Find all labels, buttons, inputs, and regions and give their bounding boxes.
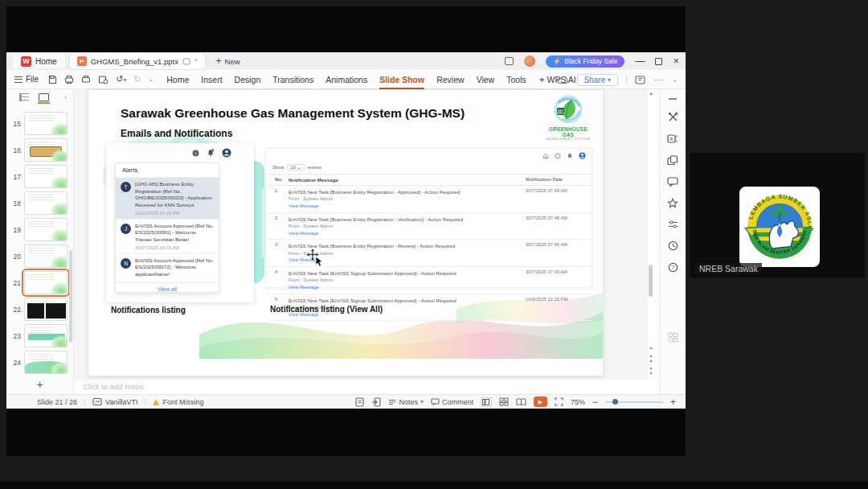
close-button[interactable]: × [673, 57, 679, 65]
settings-sliders-icon[interactable] [668, 220, 678, 229]
slide-21[interactable]: Sarawak Greenhouse Gas Management System… [88, 90, 603, 376]
star-icon[interactable] [667, 198, 678, 208]
slide-thumbnail-row-20[interactable]: 20 [6, 243, 73, 269]
shapes-icon[interactable] [667, 155, 678, 166]
zoom-in-button[interactable]: + [670, 397, 676, 408]
slide-sorter-button[interactable] [499, 397, 509, 406]
collapse-sidebar-icon[interactable] [668, 97, 678, 101]
share-button[interactable]: Share ▾ [577, 74, 619, 86]
slide-thumbnail-row-24[interactable]: 24 [6, 349, 73, 376]
slide-thumbnail-21[interactable] [24, 271, 68, 294]
notification-row[interactable]: 4EnVISS New Task [EnVISS Signup Submissi… [266, 267, 592, 294]
file-menu[interactable]: File [14, 75, 39, 84]
view-message-link[interactable]: View Message [289, 284, 521, 291]
tools-icon[interactable] [668, 112, 678, 122]
alert-item[interactable]: NEnVISS Account Approved [Ref No. ES/202… [116, 254, 219, 282]
previous-slide-icon[interactable]: ▲▲ [649, 353, 653, 363]
alert-item[interactable]: JEnVISS Account Approved [Ref No. ES/202… [116, 220, 219, 254]
outline-view-icon[interactable] [19, 93, 29, 101]
save-icon[interactable] [48, 75, 57, 84]
new-document-tab[interactable]: + New [216, 55, 240, 67]
notes-pane[interactable]: Click to add notes [74, 380, 648, 394]
slide-thumbnail-row-16[interactable]: 16 [6, 137, 73, 163]
thumbnail-view-icon[interactable] [39, 93, 49, 101]
menu-animations[interactable]: Animations [326, 75, 367, 84]
slide-thumbnail-row-23[interactable]: 23 [6, 323, 73, 349]
output-icon[interactable] [64, 75, 74, 84]
scroll-down-icon[interactable]: ▲ [649, 345, 653, 350]
slideshow-play-button[interactable]: ▶ [534, 397, 547, 407]
theme-name[interactable]: VanillaVTI [105, 398, 137, 406]
cloud-sync-icon[interactable] [557, 76, 569, 84]
slide-thumbnail-row-18[interactable]: 18 [6, 190, 73, 216]
participant-video-tile[interactable]: LEMBAGA SUMBER ASLI DAN ALAM SEKITAR SAR… [690, 153, 865, 277]
menu-transitions[interactable]: Transitions [272, 75, 313, 84]
slide-thumbnail-18[interactable] [24, 191, 68, 215]
slide-thumbnail-row-22[interactable]: 22 [6, 296, 73, 323]
menu-slide-show[interactable]: Slide Show [379, 75, 424, 84]
scroll-up-icon[interactable]: ▲ [648, 91, 654, 96]
minimize-button[interactable]: — [635, 57, 645, 65]
normal-view-button[interactable] [481, 397, 492, 407]
comment-toggle[interactable]: Comment [431, 398, 473, 406]
slide-thumbnail-row-15[interactable]: 15 [6, 110, 73, 137]
slide-thumbnail-row-17[interactable]: 17 [6, 163, 73, 190]
add-slide-button[interactable]: + [6, 378, 73, 391]
collapse-panel-icon[interactable]: › [64, 93, 67, 101]
reading-view-button[interactable] [516, 398, 526, 406]
menu-insert[interactable]: Insert [201, 75, 222, 84]
font-missing-label[interactable]: Font Missing [162, 398, 203, 406]
view-message-link[interactable]: View Message [289, 230, 521, 237]
next-slide-icon[interactable]: ▼▼ [649, 366, 653, 376]
slide-thumbnail-24[interactable] [24, 351, 68, 374]
apps-grid-icon[interactable] [668, 332, 678, 343]
print-icon[interactable] [81, 75, 91, 84]
undo-icon[interactable]: ↺▾ [116, 74, 126, 84]
document-scrollbar[interactable]: ▲ ▲ ▲▲ ▼▼ [648, 89, 654, 394]
menu-home[interactable]: Home [166, 75, 189, 84]
slide-thumbnail-19[interactable] [24, 218, 68, 241]
animation-icon[interactable]: R [667, 134, 678, 144]
pane-toggle-icon[interactable] [635, 76, 645, 84]
menu-review[interactable]: Review [436, 75, 464, 84]
slide-thumbnail-17[interactable] [24, 165, 68, 188]
notes-toggle[interactable]: Notes▾ [388, 398, 424, 406]
wps-home-tab[interactable]: W Home [13, 54, 65, 68]
fit-screen-icon[interactable] [555, 397, 563, 406]
zoom-slider-thumb[interactable] [612, 399, 618, 405]
notification-row[interactable]: 1EnVISS New Task [Business Entity Regist… [266, 186, 592, 213]
redo-icon[interactable]: ↻ [133, 74, 141, 84]
slide-thumbnail-15[interactable] [24, 112, 68, 135]
more-options-icon[interactable]: ··· [653, 76, 664, 84]
comment-icon[interactable] [667, 177, 678, 187]
view-message-link[interactable]: View Message [289, 203, 521, 210]
document-tab[interactable]: P GHGMS_Briefing_v1.pptx * [70, 53, 205, 69]
slide-thumbnail-20[interactable] [24, 244, 68, 268]
help-icon[interactable]: ? [668, 262, 678, 273]
slide-thumbnail-22[interactable] [24, 298, 68, 321]
scrollbar-thumb[interactable] [649, 265, 653, 297]
collapse-ribbon-icon[interactable]: ⌄ [672, 76, 678, 84]
restore-button[interactable] [655, 58, 662, 65]
menu-tools[interactable]: Tools [506, 75, 526, 84]
panel-scrollbar[interactable] [69, 250, 72, 343]
alert-item[interactable]: T[GHG-MS] Business Entity Registration [… [116, 178, 219, 220]
quickbar-more-icon[interactable]: ⌄ [149, 76, 154, 83]
notification-row[interactable]: 2EnVISS New Task [Business Entity Regist… [266, 213, 592, 240]
slide-setup-icon[interactable] [355, 397, 364, 407]
promo-button[interactable]: ⚡ Black Friday Sale [546, 55, 625, 68]
account-avatar[interactable] [524, 55, 535, 67]
menu-view[interactable]: View [477, 75, 495, 84]
print-preview-icon[interactable] [98, 75, 108, 84]
layout-toggle-icon[interactable] [505, 57, 514, 65]
history-clock-icon[interactable] [668, 240, 678, 251]
slide-thumbnail-row-21[interactable]: 21 [6, 269, 73, 296]
zoom-slider[interactable] [605, 401, 663, 403]
slide-thumbnail-23[interactable] [24, 324, 68, 347]
slide-thumbnail-row-19[interactable]: 19 [6, 216, 73, 243]
zoom-value[interactable]: 75% [571, 398, 585, 406]
menu-design[interactable]: Design [235, 75, 261, 84]
zoom-out-button[interactable]: − [592, 397, 598, 408]
slide-thumbnail-16[interactable] [24, 138, 68, 162]
handout-export-icon[interactable] [371, 397, 381, 407]
